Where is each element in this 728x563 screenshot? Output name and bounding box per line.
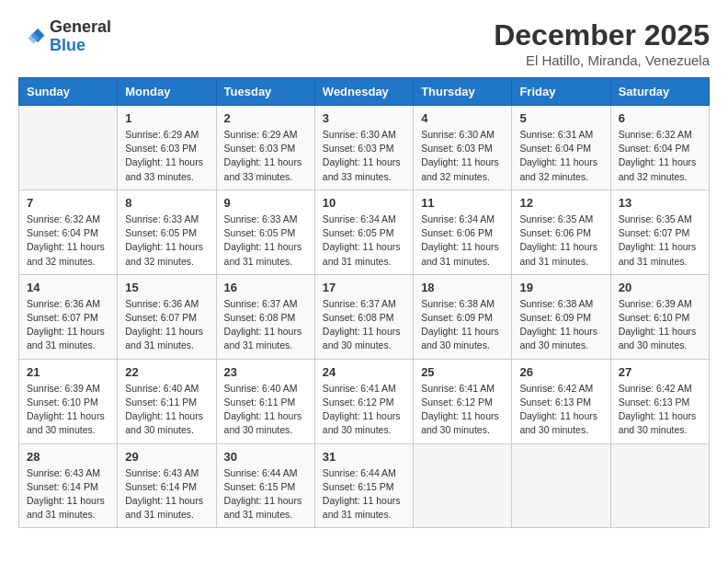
day-info: Sunrise: 6:29 AMSunset: 6:03 PMDaylight:… — [125, 128, 208, 184]
day-info: Sunrise: 6:38 AMSunset: 6:09 PMDaylight:… — [519, 297, 602, 353]
day-info: Sunrise: 6:41 AMSunset: 6:12 PMDaylight:… — [323, 382, 405, 438]
day-number: 18 — [421, 281, 504, 294]
day-number: 14 — [27, 281, 109, 294]
day-number: 31 — [323, 450, 405, 464]
calendar-cell — [414, 443, 512, 528]
logo-icon — [18, 23, 46, 51]
day-number: 10 — [323, 196, 405, 210]
day-info: Sunrise: 6:40 AMSunset: 6:11 PMDaylight:… — [125, 382, 208, 438]
day-number: 20 — [619, 281, 701, 294]
calendar-title: December 2025 — [494, 18, 710, 52]
day-number: 7 — [27, 196, 109, 210]
calendar-table: SundayMondayTuesdayWednesdayThursdayFrid… — [18, 77, 710, 528]
logo-text: General Blue — [50, 18, 111, 55]
calendar-cell: 9Sunrise: 6:33 AMSunset: 6:05 PMDaylight… — [216, 190, 314, 274]
day-number: 5 — [519, 111, 602, 125]
day-info: Sunrise: 6:43 AMSunset: 6:14 PMDaylight:… — [125, 466, 208, 523]
day-number: 29 — [125, 450, 208, 464]
day-number: 1 — [125, 111, 208, 125]
day-info: Sunrise: 6:39 AMSunset: 6:10 PMDaylight:… — [27, 382, 109, 438]
day-info: Sunrise: 6:32 AMSunset: 6:04 PMDaylight:… — [27, 213, 109, 269]
calendar-week-row: 7Sunrise: 6:32 AMSunset: 6:04 PMDaylight… — [19, 190, 710, 274]
calendar-cell: 24Sunrise: 6:41 AMSunset: 6:12 PMDayligh… — [314, 359, 413, 443]
day-info: Sunrise: 6:38 AMSunset: 6:09 PMDaylight:… — [421, 297, 504, 353]
day-number: 13 — [619, 196, 701, 210]
calendar-subtitle: El Hatillo, Miranda, Venezuela — [494, 52, 710, 68]
day-info: Sunrise: 6:44 AMSunset: 6:15 PMDaylight:… — [224, 466, 307, 523]
day-info: Sunrise: 6:34 AMSunset: 6:06 PMDaylight:… — [421, 213, 504, 269]
calendar-cell: 18Sunrise: 6:38 AMSunset: 6:09 PMDayligh… — [414, 274, 512, 359]
day-info: Sunrise: 6:30 AMSunset: 6:03 PMDaylight:… — [323, 128, 405, 184]
calendar-cell: 30Sunrise: 6:44 AMSunset: 6:15 PMDayligh… — [216, 443, 314, 528]
weekday-header-cell: Saturday — [610, 78, 709, 106]
weekday-header-cell: Wednesday — [314, 78, 413, 106]
day-info: Sunrise: 6:31 AMSunset: 6:04 PMDaylight:… — [519, 128, 602, 184]
day-info: Sunrise: 6:32 AMSunset: 6:04 PMDaylight:… — [619, 128, 701, 184]
day-info: Sunrise: 6:39 AMSunset: 6:10 PMDaylight:… — [619, 297, 701, 353]
day-number: 2 — [224, 111, 307, 125]
page-header: General Blue December 2025 El Hatillo, M… — [18, 18, 710, 68]
day-info: Sunrise: 6:42 AMSunset: 6:13 PMDaylight:… — [619, 382, 701, 438]
calendar-week-row: 21Sunrise: 6:39 AMSunset: 6:10 PMDayligh… — [19, 359, 710, 443]
day-info: Sunrise: 6:29 AMSunset: 6:03 PMDaylight:… — [224, 128, 307, 184]
day-number: 22 — [125, 365, 208, 379]
calendar-cell: 22Sunrise: 6:40 AMSunset: 6:11 PMDayligh… — [118, 359, 216, 443]
day-info: Sunrise: 6:44 AMSunset: 6:15 PMDaylight:… — [323, 466, 405, 523]
calendar-cell: 26Sunrise: 6:42 AMSunset: 6:13 PMDayligh… — [512, 359, 610, 443]
day-info: Sunrise: 6:33 AMSunset: 6:05 PMDaylight:… — [224, 213, 307, 269]
calendar-cell: 16Sunrise: 6:37 AMSunset: 6:08 PMDayligh… — [216, 274, 314, 359]
calendar-cell: 8Sunrise: 6:33 AMSunset: 6:05 PMDaylight… — [118, 190, 216, 274]
calendar-cell: 20Sunrise: 6:39 AMSunset: 6:10 PMDayligh… — [610, 274, 709, 359]
day-number: 26 — [519, 365, 602, 379]
calendar-cell: 23Sunrise: 6:40 AMSunset: 6:11 PMDayligh… — [216, 359, 314, 443]
calendar-cell: 15Sunrise: 6:36 AMSunset: 6:07 PMDayligh… — [118, 274, 216, 359]
day-number: 6 — [619, 111, 701, 125]
day-number: 25 — [421, 365, 504, 379]
day-info: Sunrise: 6:30 AMSunset: 6:03 PMDaylight:… — [421, 128, 504, 184]
calendar-cell: 5Sunrise: 6:31 AMSunset: 6:04 PMDaylight… — [512, 106, 610, 190]
calendar-cell: 31Sunrise: 6:44 AMSunset: 6:15 PMDayligh… — [314, 443, 413, 528]
day-number: 19 — [519, 281, 602, 294]
calendar-cell: 17Sunrise: 6:37 AMSunset: 6:08 PMDayligh… — [314, 274, 413, 359]
calendar-cell: 3Sunrise: 6:30 AMSunset: 6:03 PMDaylight… — [314, 106, 413, 190]
day-info: Sunrise: 6:36 AMSunset: 6:07 PMDaylight:… — [27, 297, 109, 353]
calendar-cell: 29Sunrise: 6:43 AMSunset: 6:14 PMDayligh… — [118, 443, 216, 528]
weekday-header-row: SundayMondayTuesdayWednesdayThursdayFrid… — [19, 78, 710, 106]
day-number: 17 — [323, 281, 405, 294]
weekday-header-cell: Tuesday — [216, 78, 314, 106]
day-number: 21 — [27, 365, 109, 379]
day-info: Sunrise: 6:33 AMSunset: 6:05 PMDaylight:… — [125, 213, 208, 269]
day-info: Sunrise: 6:34 AMSunset: 6:05 PMDaylight:… — [323, 213, 405, 269]
weekday-header-cell: Sunday — [19, 78, 118, 106]
calendar-cell: 19Sunrise: 6:38 AMSunset: 6:09 PMDayligh… — [512, 274, 610, 359]
calendar-cell — [610, 443, 709, 528]
day-number: 23 — [224, 365, 307, 379]
day-number: 8 — [125, 196, 208, 210]
calendar-cell: 25Sunrise: 6:41 AMSunset: 6:12 PMDayligh… — [414, 359, 512, 443]
day-number: 28 — [27, 450, 109, 464]
day-info: Sunrise: 6:40 AMSunset: 6:11 PMDaylight:… — [224, 382, 307, 438]
day-info: Sunrise: 6:42 AMSunset: 6:13 PMDaylight:… — [519, 382, 602, 438]
weekday-header-cell: Monday — [118, 78, 216, 106]
calendar-cell: 4Sunrise: 6:30 AMSunset: 6:03 PMDaylight… — [414, 106, 512, 190]
calendar-cell — [512, 443, 610, 528]
day-number: 9 — [224, 196, 307, 210]
day-info: Sunrise: 6:35 AMSunset: 6:07 PMDaylight:… — [619, 213, 701, 269]
day-info: Sunrise: 6:37 AMSunset: 6:08 PMDaylight:… — [323, 297, 405, 353]
calendar-cell: 13Sunrise: 6:35 AMSunset: 6:07 PMDayligh… — [610, 190, 709, 274]
calendar-body: 1Sunrise: 6:29 AMSunset: 6:03 PMDaylight… — [19, 106, 710, 528]
day-number: 11 — [421, 196, 504, 210]
calendar-cell: 11Sunrise: 6:34 AMSunset: 6:06 PMDayligh… — [414, 190, 512, 274]
weekday-header-cell: Friday — [512, 78, 610, 106]
calendar-cell: 10Sunrise: 6:34 AMSunset: 6:05 PMDayligh… — [314, 190, 413, 274]
logo: General Blue — [18, 18, 111, 55]
calendar-cell: 21Sunrise: 6:39 AMSunset: 6:10 PMDayligh… — [19, 359, 118, 443]
title-block: December 2025 El Hatillo, Miranda, Venez… — [494, 18, 710, 68]
day-info: Sunrise: 6:35 AMSunset: 6:06 PMDaylight:… — [519, 213, 602, 269]
calendar-cell — [19, 106, 118, 190]
calendar-week-row: 14Sunrise: 6:36 AMSunset: 6:07 PMDayligh… — [19, 274, 710, 359]
day-number: 3 — [323, 111, 405, 125]
calendar-cell: 1Sunrise: 6:29 AMSunset: 6:03 PMDaylight… — [118, 106, 216, 190]
day-number: 30 — [224, 450, 307, 464]
day-info: Sunrise: 6:37 AMSunset: 6:08 PMDaylight:… — [224, 297, 307, 353]
